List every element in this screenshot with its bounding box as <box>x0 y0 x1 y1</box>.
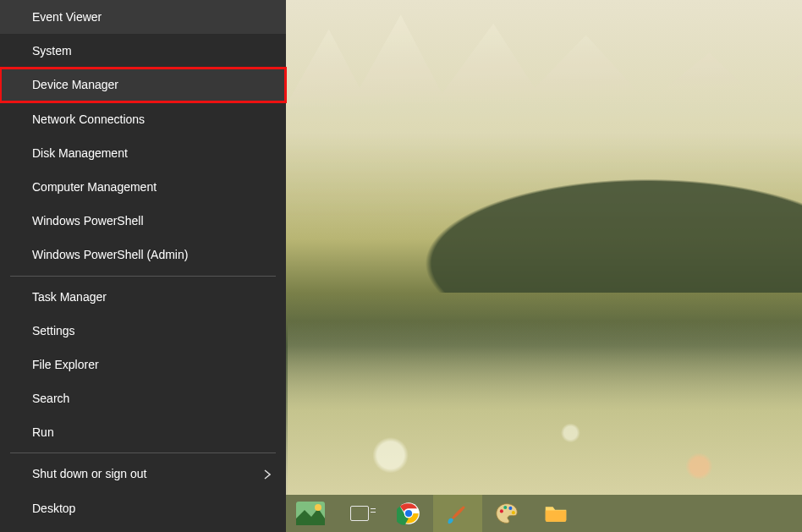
taskbar-item-task-view[interactable] <box>335 495 384 532</box>
menu-item-file-explorer[interactable]: File Explorer <box>0 348 286 381</box>
menu-item-event-viewer[interactable]: Event Viewer <box>0 0 286 34</box>
menu-item-run[interactable]: Run <box>0 415 286 449</box>
menu-item-label: Search <box>32 391 69 406</box>
menu-item-label: Settings <box>32 323 75 338</box>
menu-item-label: Device Manager <box>32 77 118 92</box>
menu-item-windows-powershell[interactable]: Windows PowerShell <box>0 204 286 238</box>
chevron-right-icon <box>264 469 271 480</box>
chrome-icon <box>397 502 420 525</box>
menu-item-label: Windows PowerShell <box>32 213 144 228</box>
menu-item-label: File Explorer <box>32 357 99 372</box>
svg-point-1 <box>315 504 321 511</box>
menu-item-computer-management[interactable]: Computer Management <box>0 170 286 204</box>
svg-point-5 <box>500 509 503 513</box>
svg-point-6 <box>503 506 507 509</box>
svg-point-4 <box>405 510 412 517</box>
svg-point-7 <box>508 507 512 510</box>
taskbar-item-mspaint[interactable] <box>482 495 531 532</box>
menu-item-label: Desktop <box>32 501 75 516</box>
menu-item-search[interactable]: Search <box>0 381 286 415</box>
menu-separator <box>10 276 276 277</box>
menu-item-label: Task Manager <box>32 289 107 304</box>
menu-item-desktop[interactable]: Desktop <box>0 491 286 525</box>
task-view-icon <box>350 506 369 521</box>
taskbar <box>286 495 802 532</box>
menu-item-network-connections[interactable]: Network Connections <box>0 102 286 136</box>
palette-icon <box>495 502 519 525</box>
menu-item-label: System <box>32 43 72 58</box>
menu-item-label: Event Viewer <box>32 9 102 25</box>
taskbar-item-file-explorer[interactable] <box>531 495 580 532</box>
menu-item-label: Windows PowerShell (Admin) <box>32 247 188 262</box>
menu-item-task-manager[interactable]: Task Manager <box>0 280 286 314</box>
menu-item-device-manager[interactable]: Device Manager <box>0 68 286 101</box>
menu-item-windows-powershell-admin[interactable]: Windows PowerShell (Admin) <box>0 238 286 271</box>
taskbar-item-chrome[interactable] <box>384 495 433 532</box>
taskbar-item-wallpaper-tray[interactable] <box>286 495 335 532</box>
menu-item-disk-management[interactable]: Disk Management <box>0 136 286 170</box>
menu-item-label: Run <box>32 425 54 440</box>
menu-separator <box>10 452 276 453</box>
wallpaper-icon <box>296 502 325 525</box>
wallpaper-meadow <box>288 277 802 500</box>
power-user-menu: Event ViewerSystemDevice ManagerNetwork … <box>0 0 286 532</box>
menu-item-label: Computer Management <box>32 179 157 195</box>
menu-item-label: Disk Management <box>32 145 128 161</box>
menu-item-system[interactable]: System <box>0 34 286 68</box>
menu-item-shut-down-sign-out[interactable]: Shut down or sign out <box>0 457 286 491</box>
folder-icon <box>544 503 568 524</box>
taskbar-item-paint-net[interactable] <box>433 495 482 532</box>
menu-item-label: Shut down or sign out <box>32 466 146 481</box>
menu-item-label: Network Connections <box>32 112 145 127</box>
brush-icon <box>446 502 470 525</box>
svg-point-8 <box>512 511 515 514</box>
menu-item-settings[interactable]: Settings <box>0 314 286 348</box>
